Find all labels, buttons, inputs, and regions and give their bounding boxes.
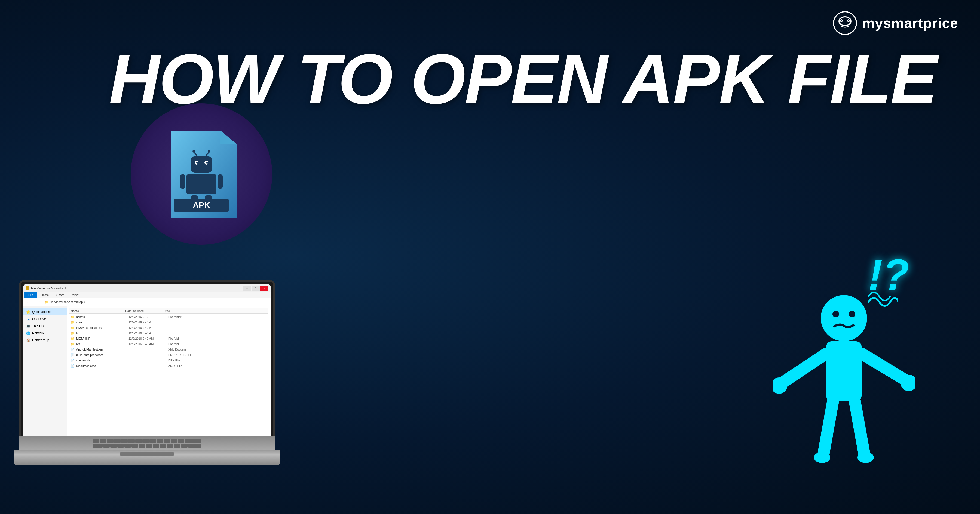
- file-list: 📁 assets 12/9/2016 9:40 File folder 📁 co…: [69, 314, 269, 369]
- keyboard: [19, 436, 275, 450]
- tab-home[interactable]: Home: [37, 292, 52, 298]
- folder-icon: 📁: [71, 331, 75, 335]
- file-icon: 📄: [71, 353, 75, 357]
- file-name: AndroidManifest.xml: [76, 348, 127, 351]
- folder-icon: 📁: [71, 315, 75, 319]
- file-name: META-INF: [76, 337, 127, 340]
- svg-point-9: [196, 162, 199, 164]
- minimize-button[interactable]: ─: [243, 286, 251, 291]
- file-type: File fold: [168, 337, 179, 340]
- sidebar-item-this-pc[interactable]: 💻 This PC: [24, 322, 67, 330]
- file-name: assets: [76, 315, 127, 319]
- ribbon-tabs: File Home Share View: [24, 292, 270, 298]
- sidebar-item-homegroup[interactable]: 🏠 Homegroup: [24, 337, 67, 344]
- page-title: HOW TO OPEN APK FILE: [109, 43, 871, 114]
- file-icon: 📄: [71, 364, 75, 368]
- mysmartprice-logo-icon: [833, 11, 857, 35]
- file-name: jsr305_annotations: [76, 326, 127, 329]
- forward-button[interactable]: →: [32, 300, 37, 304]
- file-list-area: Name Date modified Type 📁 assets 12/9/20…: [67, 306, 270, 439]
- file-explorer: File Viewer for Android.apk ─ □ ✕ File H…: [24, 284, 270, 439]
- onedrive-icon: ☁: [26, 317, 30, 321]
- file-row[interactable]: 📁 jsr305_annotations 12/9/2016 9:40 A: [69, 325, 269, 330]
- folder-icon: 📁: [71, 320, 75, 324]
- svg-rect-15: [186, 174, 216, 194]
- tab-share[interactable]: Share: [52, 292, 68, 298]
- file-date: 12/9/2016 9:40: [129, 315, 167, 319]
- col-date: Date modified: [125, 309, 163, 313]
- file-name: build-data.properties: [76, 353, 127, 357]
- file-row[interactable]: 📁 lib 12/9/2016 9:40 A: [69, 330, 269, 336]
- file-type: XML Docume: [168, 348, 186, 351]
- folder-icon: [25, 286, 29, 290]
- sidebar: ⭐ Quick access ☁ OneDrive 💻 This PC: [24, 306, 67, 439]
- file-row[interactable]: 📁 META-INF 12/9/2016 9:40 AM File fold: [69, 336, 269, 341]
- window-controls: ─ □ ✕: [243, 286, 269, 291]
- file-type: ARSC File: [168, 364, 182, 367]
- column-headers: Name Date modified Type: [69, 308, 269, 314]
- file-row[interactable]: 📄 build-data.properties PROPERTIES Fi: [69, 352, 269, 358]
- apk-icon-circle: APK: [130, 103, 272, 245]
- sidebar-item-onedrive[interactable]: ☁ OneDrive: [24, 316, 67, 322]
- sidebar-item-network[interactable]: 🌐 Network: [24, 330, 67, 337]
- svg-rect-17: [218, 174, 223, 189]
- svg-rect-16: [180, 174, 185, 189]
- exclamation-marks: !?: [868, 253, 909, 297]
- svg-line-30: [824, 401, 833, 454]
- person-container: !?: [762, 253, 926, 498]
- svg-point-5: [848, 20, 849, 21]
- file-name: res: [76, 343, 127, 346]
- homegroup-icon: 🏠: [26, 338, 30, 343]
- svg-point-4: [841, 20, 842, 21]
- sidebar-label-network: Network: [32, 331, 44, 335]
- svg-point-10: [206, 162, 208, 164]
- header: mysmartprice: [833, 11, 958, 35]
- svg-point-23: [832, 311, 839, 317]
- network-icon: 🌐: [26, 331, 30, 335]
- file-date: 12/9/2016 9:40 AM: [129, 337, 167, 340]
- svg-point-24: [849, 311, 855, 317]
- file-name: classes.dex: [76, 359, 127, 362]
- tab-file[interactable]: File: [24, 292, 37, 298]
- window-title: File Viewer for Android.apk: [31, 287, 67, 290]
- star-icon: ⭐: [26, 310, 30, 314]
- toolbar: ← → ↑ 📁 File Viewer for Android.apk ›: [24, 298, 270, 306]
- maximize-button[interactable]: □: [251, 286, 260, 291]
- file-row[interactable]: 📁 res 12/9/2016 9:40 AM File fold: [69, 341, 269, 347]
- close-button[interactable]: ✕: [260, 286, 269, 291]
- up-button[interactable]: ↑: [38, 300, 42, 304]
- file-icon: 📄: [71, 347, 75, 351]
- laptop-base: [14, 450, 280, 465]
- file-row[interactable]: 📄 AndroidManifest.xml XML Docume: [69, 347, 269, 352]
- svg-rect-25: [826, 341, 862, 401]
- sidebar-label-this-pc: This PC: [32, 324, 44, 328]
- sidebar-label-homegroup: Homegroup: [32, 338, 49, 342]
- stick-figure-svg: [773, 291, 915, 498]
- file-type: DEX File: [168, 359, 180, 362]
- titlebar: File Viewer for Android.apk ─ □ ✕: [24, 284, 270, 292]
- ribbon: File Home Share View: [24, 292, 270, 298]
- sidebar-item-quick-access[interactable]: ⭐ Quick access: [24, 308, 67, 316]
- file-type: File fold: [168, 343, 179, 346]
- svg-line-26: [781, 354, 826, 384]
- file-row[interactable]: 📄 classes.dex DEX File: [69, 358, 269, 363]
- file-name: lib: [76, 332, 127, 335]
- file-name: com: [76, 320, 127, 324]
- explorer-window: File Viewer for Android.apk ─ □ ✕ File H…: [24, 284, 270, 439]
- file-row[interactable]: 📄 resources.arsc ARSC File: [69, 363, 269, 368]
- sidebar-label-onedrive: OneDrive: [32, 317, 46, 321]
- tab-view[interactable]: View: [68, 292, 82, 298]
- file-row[interactable]: 📁 assets 12/9/2016 9:40 File folder: [69, 314, 269, 320]
- back-button[interactable]: ←: [25, 300, 31, 304]
- file-type: PROPERTIES Fi: [168, 353, 191, 357]
- file-row[interactable]: 📁 com 12/9/2016 9:40 A: [69, 320, 269, 325]
- folder-icon: 📁: [71, 326, 75, 330]
- sidebar-label-quick-access: Quick access: [32, 310, 51, 314]
- address-text: 📁: [45, 300, 49, 304]
- logo-text: mysmartprice: [862, 15, 958, 31]
- svg-rect-6: [191, 156, 212, 173]
- file-date: 12/9/2016 9:40 A: [129, 332, 167, 335]
- address-bar[interactable]: 📁 File Viewer for Android.apk ›: [43, 299, 269, 305]
- computer-icon: 💻: [26, 324, 30, 328]
- file-date: 12/9/2016 9:40 A: [129, 326, 167, 329]
